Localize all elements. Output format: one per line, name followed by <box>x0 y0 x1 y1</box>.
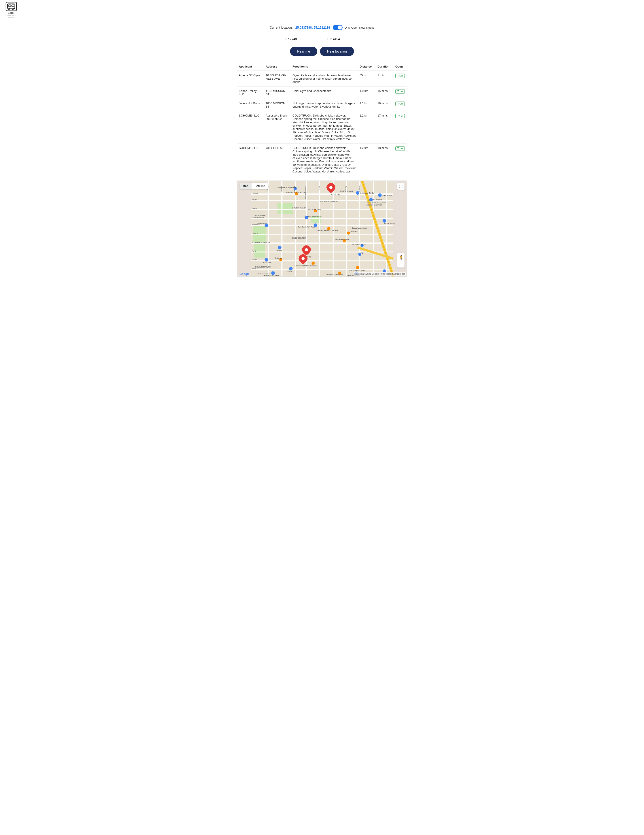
cell-distance: 1.2 km <box>358 144 376 176</box>
main-content: Current location: 25.0337398, 55.1512116… <box>232 20 412 281</box>
cell-food: Hot dogs: bacon wrap hot dogs: chicken b… <box>291 99 358 111</box>
svg-text:Turk St: Turk St <box>252 208 257 210</box>
header: JAUL Food Truck Locator <box>0 0 644 20</box>
map-attribution: Map data ©2023 Google Terms Report a map… <box>354 272 406 276</box>
svg-text:Athena SF Gyro: Athena SF Gyro <box>295 265 308 267</box>
svg-text:OPERA PLAZA: OPERA PLAZA <box>292 207 307 209</box>
cell-distance: 65 m <box>358 71 376 86</box>
satellite-view-button[interactable]: Satellite <box>251 183 268 189</box>
svg-text:Brenda's French Soul Food: Brenda's French Soul Food <box>286 192 308 193</box>
cell-duration: 15 mins <box>376 86 394 99</box>
svg-text:Hayes Valley: Hayes Valley <box>257 223 266 224</box>
logo: JAUL Food Truck Locator <box>5 2 18 18</box>
col-header-distance: Distance <box>358 63 376 71</box>
cell-food: COLD TRUCK. Deli: bbq chicken skewer: Ch… <box>291 111 358 144</box>
svg-text:Yerba Buena: Yerba Buena <box>382 194 392 197</box>
map-view-button[interactable]: Map <box>240 183 251 189</box>
cell-distance: 1.0 km <box>358 86 376 99</box>
svg-text:Fell St: Fell St <box>252 250 256 252</box>
svg-text:FILLMORE: FILLMORE <box>255 214 265 217</box>
svg-point-82 <box>289 267 293 270</box>
table-row: Athena SF Gyro 10 SOUTH VAN NESS AVE Gyr… <box>237 71 407 86</box>
logo-text: JAUL Food Truck Locator <box>5 11 18 18</box>
open-badge: True <box>395 89 405 94</box>
svg-text:Señor Sisig: Señor Sisig <box>331 194 341 196</box>
svg-point-100 <box>356 266 359 269</box>
svg-text:9th St: 9th St <box>318 186 320 190</box>
svg-text:Artsicault Bakery: Artsicault Bakery <box>307 208 321 211</box>
longitude-input[interactable] <box>322 35 362 43</box>
cell-duration: 17 mins <box>376 111 394 144</box>
svg-point-102 <box>311 262 315 265</box>
map-view-controls: Map Satellite <box>240 183 268 189</box>
svg-text:SF Flower Market: SF Flower Market <box>352 244 366 245</box>
cell-open: True <box>394 111 407 144</box>
svg-point-110 <box>302 257 305 260</box>
col-header-duration: Duration <box>376 63 394 71</box>
results-table: Applicant Address Food Items Distance Du… <box>237 63 407 176</box>
svg-text:TENDERLOIN: TENDERLOIN <box>340 190 353 192</box>
location-bar: Current location: 25.0337398, 55.1512116… <box>237 25 407 30</box>
cell-address: 1133 MISSION ST <box>264 86 291 99</box>
svg-text:Sightglass Coffee: Sightglass Coffee <box>336 238 349 240</box>
fullscreen-button[interactable]: ⛶ <box>397 183 404 190</box>
cell-applicant: SOHOMEI, LLC <box>237 144 264 176</box>
svg-text:Bay Area Mobile Catering: Bay Area Mobile Catering <box>318 229 337 231</box>
svg-text:Fulton St: Fulton St <box>252 232 258 234</box>
svg-text:Safeway: Safeway <box>275 257 282 259</box>
open-now-toggle[interactable] <box>333 25 342 30</box>
svg-rect-2 <box>11 5 14 6</box>
svg-rect-11 <box>277 203 293 214</box>
near-me-button[interactable]: Near me <box>290 47 317 56</box>
col-header-address: Address <box>264 63 291 71</box>
svg-text:Whole Foods: Whole Foods <box>384 223 395 224</box>
cell-food: Gyro pita bread (Lamb or chicken): lamb … <box>291 71 358 86</box>
cell-address: 10 SOUTH VAN NESS AVE <box>264 71 291 86</box>
svg-text:Waller St: Waller St <box>252 268 258 270</box>
current-location-label: Current location: <box>270 26 293 29</box>
svg-text:Best Buy/Chef Station: Best Buy/Chef Station <box>349 269 366 271</box>
near-location-button[interactable]: Near location <box>320 47 354 56</box>
open-badge: True <box>395 146 405 151</box>
table-row: Kabob Trolley, LLC 1133 MISSION ST Halal… <box>237 86 407 99</box>
open-badge: True <box>395 114 405 118</box>
map-image: Geary Ellis St Turk St Golden Gate Ave M… <box>237 181 407 276</box>
svg-text:Souvla: Souvla <box>276 249 282 252</box>
cell-distance: 1.2 km <box>358 111 376 144</box>
svg-text:You: You <box>307 256 311 258</box>
table-row: SOHOMEI, LLC 730 ELLIS ST COLD TRUCK. De… <box>237 144 407 176</box>
svg-text:Asian Art Museum: Asian Art Museum <box>307 215 322 217</box>
col-header-applicant: Applicant <box>237 63 264 71</box>
svg-text:Lierso: Lierso <box>287 270 292 273</box>
svg-text:THEATER DISTRICT: THEATER DISTRICT <box>320 200 339 202</box>
svg-text:Moscone Center: Moscone Center <box>360 192 375 194</box>
cell-duration: 18 mins <box>376 144 394 176</box>
svg-point-4 <box>13 8 14 10</box>
latitude-input[interactable] <box>282 35 322 43</box>
svg-text:Oak St: Oak St <box>252 259 256 261</box>
toggle-container: Only Open Now Trucks <box>333 25 374 30</box>
cell-food: COLD TRUCK. Deli: bbq chicken skewer: Ch… <box>291 144 358 176</box>
toggle-label: Only Open Now Trucks <box>344 26 374 29</box>
zoom-out-button[interactable]: − <box>397 260 404 268</box>
google-logo: Google <box>240 272 250 276</box>
svg-point-70 <box>383 219 386 223</box>
svg-text:SF Centre: SF Centre <box>373 199 382 201</box>
cell-open: True <box>394 99 407 111</box>
current-location-value: 25.0337398, 55.1512116 <box>295 26 330 29</box>
svg-point-68 <box>378 193 382 197</box>
svg-text:DESIGN DISTRICT: DESIGN DISTRICT <box>367 204 382 206</box>
cell-open: True <box>394 71 407 86</box>
svg-text:REI: REI <box>361 252 364 254</box>
svg-point-76 <box>278 246 282 249</box>
svg-text:LOWER HAIGHT: LOWER HAIGHT <box>255 266 271 268</box>
cell-open: True <box>394 86 407 99</box>
cell-duration: 16 mins <box>376 99 394 111</box>
svg-point-119 <box>383 269 386 273</box>
open-badge: True <box>395 73 405 78</box>
street-view-pegman[interactable]: 🧍 <box>399 255 404 260</box>
col-header-open: Open <box>394 63 407 71</box>
svg-point-106 <box>329 186 333 189</box>
svg-text:Civic Center/UN Plaza: Civic Center/UN Plaza <box>298 226 316 228</box>
search-buttons: Near me Near location <box>237 47 407 56</box>
